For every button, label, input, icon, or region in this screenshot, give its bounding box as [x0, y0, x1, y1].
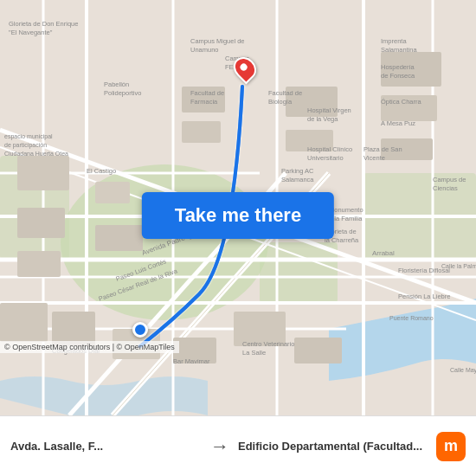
- svg-rect-28: [182, 121, 221, 143]
- svg-text:Facultad de: Facultad de: [268, 89, 302, 97]
- svg-text:Hospital Virgen: Hospital Virgen: [307, 106, 351, 114]
- svg-text:Glorieta de Don Enrique: Glorieta de Don Enrique: [9, 20, 78, 28]
- svg-text:Bar Mavimar: Bar Mavimar: [173, 357, 210, 365]
- map-container: Avenida Padre Ignacio Ellacuría Paseo Lu…: [0, 0, 476, 415]
- to-location: Edificio Departamental (Facultad...: [238, 440, 429, 453]
- svg-text:Pabellón: Pabellón: [104, 80, 129, 88]
- map-attribution: © OpenStreetMap contributors | © OpenMap…: [0, 341, 179, 353]
- svg-rect-39: [294, 338, 342, 363]
- moovit-logo: m: [429, 432, 466, 461]
- svg-text:Parking AC: Parking AC: [281, 167, 314, 175]
- svg-text:Arrabal: Arrabal: [372, 249, 395, 257]
- svg-text:Imprenta: Imprenta: [381, 37, 407, 45]
- svg-text:Floristería Diflosal: Floristería Diflosal: [398, 267, 450, 274]
- to-location-name: Edificio Departamental (Facultad...: [238, 440, 429, 453]
- svg-rect-23: [95, 225, 143, 251]
- svg-text:Unamuno: Unamuno: [190, 46, 219, 54]
- svg-text:Hospital Clínico: Hospital Clínico: [307, 145, 352, 153]
- svg-text:Vicente: Vicente: [363, 154, 385, 162]
- moovit-icon: m: [436, 432, 466, 461]
- svg-text:espacio municipal: espacio municipal: [4, 133, 53, 140]
- svg-text:Campus de: Campus de: [433, 176, 466, 183]
- svg-text:Centro Veterinario: Centro Veterinario: [242, 340, 294, 348]
- svg-text:de participación: de participación: [4, 142, 47, 149]
- svg-text:Ciencias: Ciencias: [433, 184, 458, 192]
- svg-text:Óptica Charra: Óptica Charra: [381, 98, 422, 106]
- svg-text:El Castigo: El Castigo: [87, 167, 116, 175]
- svg-text:Plaza de San: Plaza de San: [363, 145, 402, 153]
- bottom-bar: Avda. Lasalle, F... → Edificio Departame…: [0, 415, 476, 476]
- svg-text:"El Navegante": "El Navegante": [9, 29, 53, 36]
- svg-rect-24: [17, 156, 69, 190]
- svg-text:Ciudadana Huerta Otea: Ciudadana Huerta Otea: [4, 151, 68, 157]
- svg-text:La Salle: La Salle: [242, 349, 266, 357]
- svg-text:Universitario: Universitario: [307, 154, 344, 162]
- svg-text:Salamantina: Salamantina: [381, 46, 418, 54]
- svg-text:Farmacia: Farmacia: [190, 98, 218, 106]
- svg-rect-3: [260, 242, 338, 303]
- svg-text:Facultad de: Facultad de: [190, 89, 224, 97]
- destination-marker: [235, 56, 255, 80]
- from-location-name: Avda. Lasalle, F...: [10, 440, 202, 453]
- direction-arrow: →: [202, 435, 238, 458]
- svg-text:Pensión La Liebre: Pensión La Liebre: [398, 293, 450, 300]
- start-marker: [132, 322, 148, 338]
- take-me-there-button[interactable]: Take me there: [142, 192, 334, 239]
- svg-text:Monumento: Monumento: [329, 206, 363, 214]
- svg-text:Biología: Biología: [268, 98, 293, 106]
- svg-text:Campus Miguel de: Campus Miguel de: [190, 37, 245, 45]
- svg-text:de la Vega: de la Vega: [307, 115, 338, 123]
- svg-rect-22: [95, 182, 130, 203]
- svg-text:Salamanca: Salamanca: [281, 176, 314, 183]
- svg-text:Puente Romano: Puente Romano: [389, 315, 434, 321]
- svg-text:Calle Mayor: Calle Mayor: [450, 367, 476, 374]
- svg-rect-25: [17, 208, 65, 238]
- svg-text:Hospedería: Hospedería: [381, 63, 415, 71]
- svg-text:Polideportivo: Polideportivo: [104, 89, 141, 97]
- svg-text:A Mesa Puz: A Mesa Puz: [381, 119, 415, 127]
- from-location: Avda. Lasalle, F...: [10, 440, 202, 453]
- svg-rect-34: [0, 303, 48, 342]
- svg-text:a la Familia: a la Familia: [329, 215, 363, 222]
- svg-rect-26: [17, 251, 61, 277]
- svg-text:de Fonseca: de Fonseca: [381, 72, 415, 80]
